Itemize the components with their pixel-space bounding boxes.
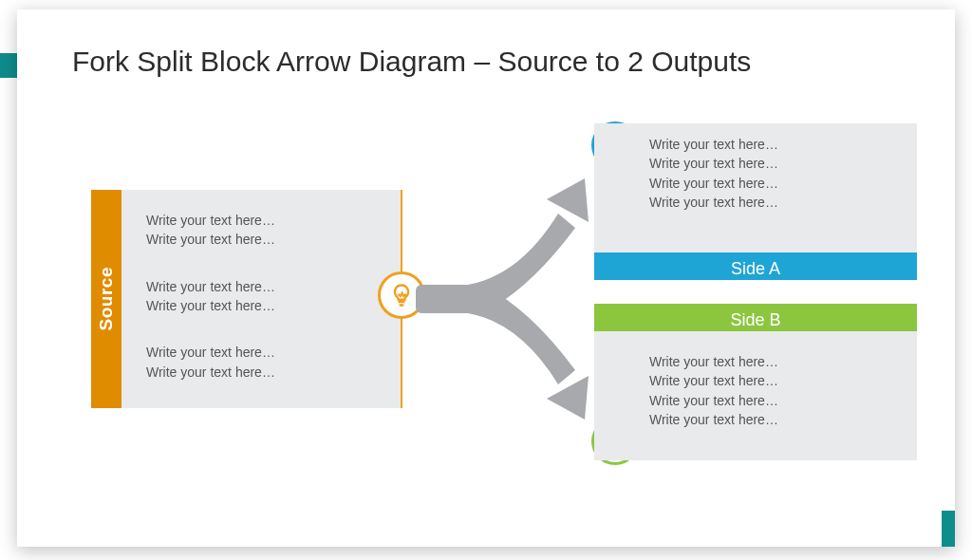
- slide-canvas: Fork Split Block Arrow Diagram – Source …: [17, 9, 955, 547]
- source-label-bar: Source: [91, 190, 122, 408]
- lightbulb-icon: [388, 282, 415, 308]
- source-text-line: Write your text here…: [146, 296, 382, 315]
- output-a-text-line: Write your text here…: [649, 154, 904, 173]
- source-text-line: Write your text here…: [146, 363, 382, 382]
- source-text-line: Write your text here…: [146, 211, 382, 230]
- svg-marker-7: [547, 178, 589, 222]
- output-a-text-line: Write your text here…: [649, 135, 904, 154]
- output-a-text-line: Write your text here…: [649, 174, 904, 193]
- source-text-line: Write your text here…: [146, 230, 382, 249]
- slide-corner-accent: [942, 511, 955, 547]
- output-b-text-line: Write your text here…: [649, 391, 904, 410]
- output-a-text-line: Write your text here…: [649, 193, 904, 212]
- svg-marker-8: [547, 376, 589, 420]
- output-b-text-line: Write your text here…: [649, 352, 904, 371]
- source-text-line: Write your text here…: [146, 277, 382, 296]
- fork-arrow: [416, 161, 625, 437]
- slide-title: Fork Split Block Arrow Diagram – Source …: [17, 28, 955, 78]
- output-b-body: Write your text here… Write your text he…: [594, 341, 917, 460]
- output-b-text-line: Write your text here…: [649, 410, 904, 429]
- slide-left-accent: [0, 53, 17, 78]
- output-b-label: Side B: [594, 304, 917, 336]
- output-a-card: Write your text here… Write your text he…: [594, 123, 917, 280]
- source-block: Source Write your text here… Write your …: [91, 190, 402, 408]
- source-text-line: Write your text here…: [146, 343, 382, 362]
- source-body: Write your text here… Write your text he…: [122, 190, 402, 408]
- output-a-label: Side A: [594, 248, 917, 280]
- output-b-card: Side B Write your text here… Write your …: [594, 304, 917, 460]
- output-b-text-line: Write your text here…: [649, 371, 904, 390]
- output-a-body: Write your text here… Write your text he…: [594, 123, 917, 243]
- source-label: Source: [96, 267, 117, 330]
